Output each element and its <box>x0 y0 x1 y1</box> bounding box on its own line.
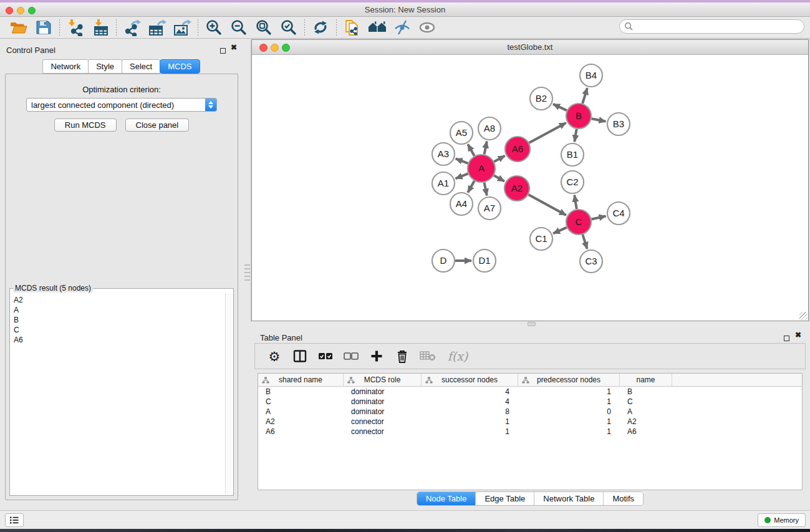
edge-C-C4[interactable] <box>592 216 606 219</box>
edge-A-A7[interactable] <box>485 183 487 196</box>
zoom-fit-button[interactable] <box>251 18 276 37</box>
delete-button[interactable] <box>393 347 412 365</box>
close-panel-icon[interactable]: ✖ <box>231 43 237 52</box>
document-network-icon <box>344 18 361 37</box>
select-all-button[interactable] <box>316 347 335 365</box>
edge-C-C3[interactable] <box>582 235 587 249</box>
network-graph[interactable]: AA1A2A3A4A5A6A7A8BB1B2B3B4CC1C2C3C4DD1 <box>252 55 808 321</box>
edge-B-B2[interactable] <box>553 104 567 110</box>
import-network-button[interactable] <box>63 18 88 37</box>
tree-column-icon <box>522 377 529 384</box>
edge-A-A2[interactable] <box>494 175 504 181</box>
column-header-successor-nodes[interactable]: successor nodes <box>422 374 518 386</box>
table-row[interactable]: Cdominator41C <box>258 397 802 407</box>
node-label-A2: A2 <box>511 183 523 193</box>
edge-A-A3[interactable] <box>456 158 468 163</box>
node-label-A8: A8 <box>484 123 495 133</box>
delete-table-button[interactable] <box>418 347 437 365</box>
network-canvas[interactable]: AA1A2A3A4A5A6A7A8BB1B2B3B4CC1C2C3C4DD1 <box>252 55 808 321</box>
vertical-splitter[interactable] <box>243 39 251 510</box>
import-table-button[interactable] <box>88 18 113 37</box>
mcds-result-list[interactable]: A2ABCA6 <box>11 294 225 495</box>
mcds-result-item[interactable]: A2 <box>14 295 222 305</box>
export-table-button[interactable] <box>145 18 170 37</box>
export-image-button[interactable] <box>170 18 195 37</box>
edge-A6-B[interactable] <box>529 123 566 143</box>
tab-style[interactable]: Style <box>88 59 122 74</box>
memory-button[interactable]: Memory <box>758 513 806 527</box>
close-window-button[interactable] <box>6 6 13 17</box>
column-header-predecessor-nodes[interactable]: predecessor nodes <box>518 374 620 386</box>
houses-icon <box>368 19 387 36</box>
edge-C-C1[interactable] <box>553 228 567 234</box>
edge-A-A5[interactable] <box>468 144 474 156</box>
search-field[interactable] <box>619 19 804 34</box>
edge-A-A8[interactable] <box>485 142 487 155</box>
column-header-MCDS-role[interactable]: MCDS role <box>344 374 422 386</box>
tab-select[interactable]: Select <box>122 59 160 74</box>
mcds-result-scrollbar[interactable] <box>225 293 233 495</box>
task-history-button[interactable] <box>5 513 24 527</box>
table-row[interactable]: Bdominator41B <box>258 387 802 397</box>
edge-A2-C[interactable] <box>528 195 566 215</box>
close-panel-button[interactable]: Close panel <box>125 118 190 132</box>
edge-B-B1[interactable] <box>574 129 576 142</box>
zoom-network-button[interactable] <box>282 43 290 54</box>
mcds-result-item[interactable]: A <box>14 305 222 315</box>
tab-node-table[interactable]: Node Table <box>417 492 476 505</box>
tab-motifs[interactable]: Motifs <box>604 492 643 505</box>
zoom-in-button[interactable] <box>201 18 226 37</box>
export-network-button[interactable] <box>120 18 145 37</box>
zoom-window-button[interactable] <box>28 6 36 17</box>
edge-A-A1[interactable] <box>456 173 468 178</box>
zoom-out-button[interactable] <box>226 18 251 37</box>
edge-A-A6[interactable] <box>494 156 504 162</box>
split-view-button[interactable] <box>291 347 309 365</box>
hide-button[interactable] <box>390 18 415 37</box>
close-network-button[interactable] <box>259 43 268 54</box>
tab-network[interactable]: Network <box>42 59 89 74</box>
table-row[interactable]: A2connector11A2 <box>258 417 802 427</box>
float-panel-icon[interactable] <box>220 45 226 56</box>
edge-B-B4[interactable] <box>582 88 587 104</box>
show-button[interactable] <box>415 18 440 37</box>
minimize-network-button[interactable] <box>271 43 279 54</box>
column-header-name[interactable]: name <box>620 374 672 386</box>
tab-mcds[interactable]: MCDS <box>160 59 200 74</box>
zoom-selected-button[interactable] <box>276 18 301 37</box>
mcds-result-item[interactable]: B <box>14 315 222 325</box>
zoom-in-icon <box>205 19 223 36</box>
edge-B-B3[interactable] <box>592 118 606 122</box>
splitter-grip <box>528 322 536 326</box>
node-table[interactable]: shared nameMCDS rolesuccessor nodesprede… <box>258 373 803 490</box>
tab-edge-table[interactable]: Edge Table <box>476 492 534 505</box>
optimization-criterion-select[interactable]: largest connected component (directed) <box>26 98 217 112</box>
add-column-button[interactable] <box>367 347 386 365</box>
function-builder-button[interactable]: f(x) <box>444 347 471 365</box>
edge-A-A4[interactable] <box>468 181 474 193</box>
table-settings-button[interactable]: ⚙ <box>265 347 284 365</box>
column-header-shared-name[interactable]: shared name <box>258 374 344 386</box>
network-from-file-button[interactable] <box>340 18 365 37</box>
gear-icon: ⚙ <box>269 350 281 363</box>
table-row[interactable]: A6connector11A6 <box>258 427 802 437</box>
deselect-all-button[interactable] <box>342 347 360 365</box>
refresh-button[interactable] <box>308 18 333 37</box>
search-input[interactable] <box>634 21 804 32</box>
close-panel-icon[interactable]: ✖ <box>795 331 801 339</box>
mcds-result-item[interactable]: C <box>14 325 222 335</box>
open-session-button[interactable] <box>6 18 31 37</box>
horizontal-splitter[interactable] <box>251 321 810 327</box>
minimize-window-button[interactable] <box>17 6 24 17</box>
edge-C-C2[interactable] <box>574 195 577 210</box>
save-session-button[interactable] <box>31 18 56 37</box>
save-icon <box>36 19 52 36</box>
resize-grip[interactable] <box>799 312 808 320</box>
network-window-titlebar[interactable]: testGlobe.txt <box>252 40 808 55</box>
float-panel-icon[interactable] <box>784 332 789 344</box>
houses-button[interactable] <box>365 18 390 37</box>
table-row[interactable]: Adominator80A <box>258 407 802 417</box>
run-mcds-button[interactable]: Run MCDS <box>54 118 117 132</box>
mcds-result-item[interactable]: A6 <box>14 335 222 345</box>
tab-network-table[interactable]: Network Table <box>534 492 604 505</box>
